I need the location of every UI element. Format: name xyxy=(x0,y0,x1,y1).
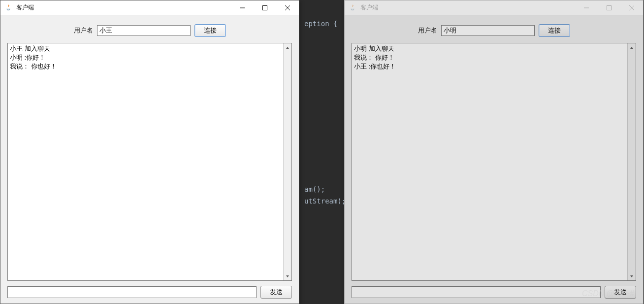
window-title: 客户端 xyxy=(360,3,378,12)
client-window-2: 客户端 用户名 连接 小明 加入聊天 我说： 你好！ 小王 :你也好！ 发送 xyxy=(344,0,644,304)
connect-row: 用户名 连接 xyxy=(352,24,636,37)
chat-log-text[interactable]: 小明 加入聊天 我说： 你好！ 小王 :你也好！ xyxy=(352,43,627,280)
send-button[interactable]: 发送 xyxy=(605,286,636,299)
connect-row: 用户名 连接 xyxy=(7,24,292,37)
minimize-button[interactable] xyxy=(231,0,254,15)
maximize-button[interactable] xyxy=(598,0,620,15)
code-line: utStream); xyxy=(304,197,346,205)
send-row: 发送 xyxy=(352,286,636,299)
svg-rect-1 xyxy=(263,5,267,10)
close-button[interactable] xyxy=(620,0,643,15)
send-button[interactable]: 发送 xyxy=(260,286,292,299)
code-line: am(); xyxy=(304,185,325,193)
chat-log-area: 小王 加入聊天 小明 :你好！ 我说： 你也好！ xyxy=(7,43,292,281)
username-label: 用户名 xyxy=(418,26,437,35)
maximize-button[interactable] xyxy=(254,0,276,15)
scroll-track[interactable] xyxy=(284,52,291,272)
minimize-button[interactable] xyxy=(575,0,598,15)
code-line: eption { xyxy=(304,20,337,28)
connect-button[interactable]: 连接 xyxy=(194,24,226,37)
window-content: 用户名 连接 小王 加入聊天 小明 :你好！ 我说： 你也好！ 发送 xyxy=(0,15,299,304)
scroll-up-button[interactable] xyxy=(628,43,636,52)
window-title: 客户端 xyxy=(16,3,34,12)
scroll-up-button[interactable] xyxy=(284,43,291,52)
client-window-1: 客户端 用户名 连接 小王 加入聊天 小明 :你好！ 我说： 你也好！ 发送 xyxy=(0,0,299,304)
username-label: 用户名 xyxy=(74,26,93,35)
scroll-down-button[interactable] xyxy=(284,272,291,280)
message-input[interactable] xyxy=(352,286,601,298)
titlebar[interactable]: 客户端 xyxy=(345,0,643,15)
java-app-icon xyxy=(349,4,356,12)
chat-log-area: 小明 加入聊天 我说： 你好！ 小王 :你也好！ xyxy=(352,43,636,281)
titlebar[interactable]: 客户端 xyxy=(0,0,299,15)
close-button[interactable] xyxy=(276,0,299,15)
svg-rect-0 xyxy=(240,7,245,8)
username-input[interactable] xyxy=(97,25,191,36)
scrollbar[interactable] xyxy=(283,43,291,280)
send-row: 发送 xyxy=(7,286,292,299)
window-content: 用户名 连接 小明 加入聊天 我说： 你好！ 小王 :你也好！ 发送 xyxy=(345,15,643,304)
scroll-down-button[interactable] xyxy=(628,272,636,280)
username-input[interactable] xyxy=(441,25,535,36)
scrollbar[interactable] xyxy=(627,43,636,280)
message-input[interactable] xyxy=(7,286,257,298)
chat-log-text[interactable]: 小王 加入聊天 小明 :你好！ 我说： 你也好！ xyxy=(8,43,283,280)
java-app-icon xyxy=(4,4,12,12)
connect-button[interactable]: 连接 xyxy=(539,24,570,37)
svg-rect-2 xyxy=(584,7,589,8)
scroll-track[interactable] xyxy=(628,52,636,272)
svg-rect-3 xyxy=(607,5,612,10)
